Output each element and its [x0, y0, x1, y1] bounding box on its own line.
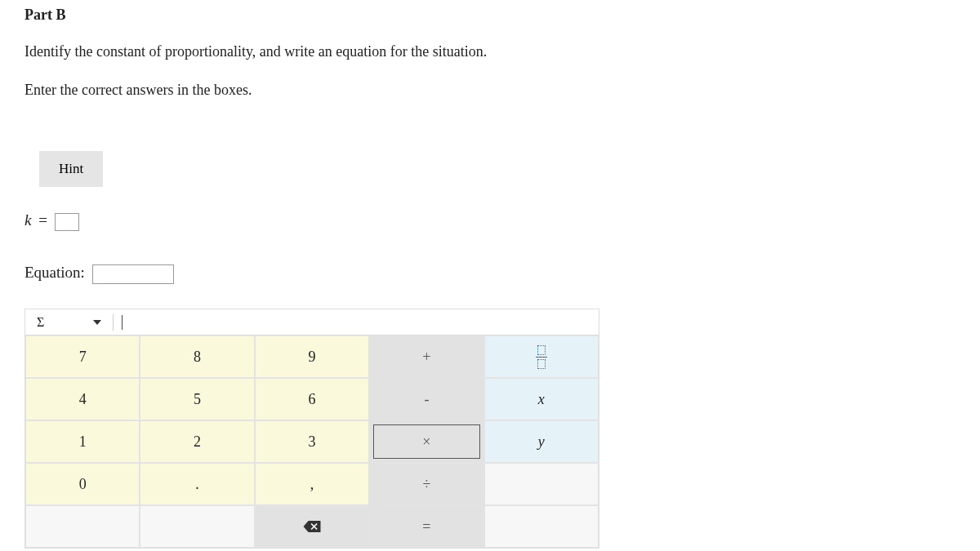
key-x[interactable]: x: [484, 378, 599, 420]
key-fraction[interactable]: [484, 335, 599, 378]
k-value-input[interactable]: [55, 213, 79, 231]
key-blank-4: [484, 505, 599, 548]
sigma-icon: Σ: [37, 315, 44, 330]
instruction-2: Enter the correct answers in the boxes.: [24, 80, 956, 100]
key-minus[interactable]: -: [369, 378, 483, 420]
key-blank-3: [140, 505, 254, 548]
key-plus[interactable]: +: [369, 335, 483, 378]
key-0[interactable]: 0: [25, 463, 140, 505]
key-divide[interactable]: ÷: [369, 463, 483, 505]
equals-sign: =: [38, 211, 47, 229]
backspace-icon: [303, 521, 321, 532]
key-7[interactable]: 7: [25, 335, 140, 378]
key-3[interactable]: 3: [255, 420, 369, 463]
k-equals-row: k =: [24, 211, 956, 231]
key-blank-2: [25, 505, 140, 548]
key-y[interactable]: y: [484, 420, 599, 463]
key-8[interactable]: 8: [140, 335, 254, 378]
variable-k: k: [24, 211, 31, 229]
key-1[interactable]: 1: [25, 420, 140, 463]
equation-label: Equation:: [24, 264, 85, 281]
key-equals[interactable]: =: [369, 505, 483, 548]
key-9[interactable]: 9: [255, 335, 369, 378]
part-title: Part B: [24, 7, 956, 24]
keypad-grid: 7 8 9 + 4 5 6 - x 1 2 3 × y 0 . , ÷: [25, 335, 599, 548]
key-decimal[interactable]: .: [140, 463, 254, 505]
equation-input[interactable]: [92, 264, 174, 284]
key-5[interactable]: 5: [140, 378, 254, 420]
key-backspace[interactable]: [255, 505, 369, 548]
instruction-1: Identify the constant of proportionality…: [24, 42, 956, 62]
toolbar-divider: [113, 314, 114, 331]
key-comma[interactable]: ,: [255, 463, 369, 505]
keypad-toolbar: Σ: [25, 309, 599, 335]
key-6[interactable]: 6: [255, 378, 369, 420]
key-4[interactable]: 4: [25, 378, 140, 420]
key-2[interactable]: 2: [140, 420, 254, 463]
equation-row: Equation:: [24, 264, 956, 284]
toolbar-cursor-icon: [122, 315, 122, 330]
key-multiply[interactable]: ×: [369, 420, 483, 463]
fraction-icon: [536, 345, 547, 369]
hint-button[interactable]: Hint: [39, 151, 103, 187]
chevron-down-icon: [93, 320, 101, 325]
key-blank-1: [484, 463, 599, 505]
math-keypad: Σ 7 8 9 + 4 5 6 - x 1 2 3 × y 0 .: [24, 309, 599, 549]
symbol-category-dropdown[interactable]: Σ: [32, 313, 106, 331]
